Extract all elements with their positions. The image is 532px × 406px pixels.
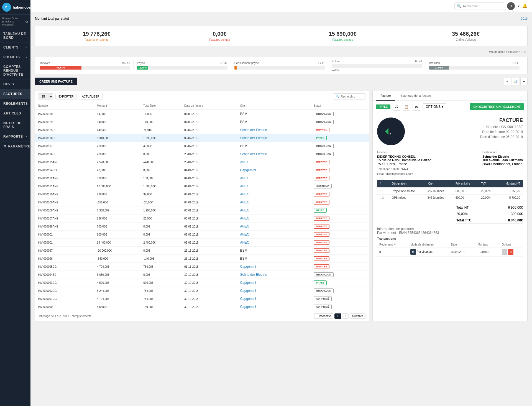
sidebar-item-rapports[interactable]: RAPPORTS › (0, 132, 30, 142)
sidebar-item-factures[interactable]: FACTURES (0, 89, 30, 99)
filter-button[interactable]: ▼ (520, 78, 528, 85)
client-link[interactable]: ANEO (240, 216, 249, 220)
client-link[interactable]: ANEO (240, 176, 249, 180)
client-link[interactable]: ANEO (240, 208, 249, 212)
settings-icon[interactable]: ⚙ (25, 20, 28, 24)
client-link[interactable]: ANEO (240, 224, 249, 228)
table-row[interactable]: INV-000129 840,00€ 140,00€ 04-03-2019 BS… (35, 118, 369, 126)
table-row[interactable]: INV-000115ANE 2 520,00€ -420,00€ 29-01-2… (35, 158, 369, 166)
progress-item-payee: Payée 5 / 41 12,20% (134, 62, 231, 70)
email-button[interactable]: ✉ (413, 103, 420, 111)
table-row[interactable]: INV-000107ANE 156,00€ 26,00€ 03-01-2019 … (35, 215, 369, 223)
table-row[interactable]: INV-000111ANE 10 080,00€ 1 680,00€ 04-01… (35, 182, 369, 190)
table-row[interactable]: INV-000092CG 5 244,00€ 784,00€ 30-10-201… (35, 287, 369, 295)
client-link[interactable]: Capgemini (240, 265, 256, 269)
table-row[interactable]: INV-000116SE 230,00€ 0,00€ 29-01-2019 Sc… (35, 150, 369, 158)
table-row[interactable]: INV-000098ANE 700,00€ 0,00€ 02-01-2019 A… (35, 223, 369, 231)
progress-label: Payée (137, 62, 145, 65)
client-link[interactable]: ANEO (240, 160, 249, 164)
search-input[interactable] (463, 4, 502, 8)
print-button[interactable]: 🖨 (393, 103, 400, 111)
client-link[interactable]: ANEO (240, 233, 249, 236)
search-box[interactable]: 🔍 (454, 2, 504, 9)
cell-statut: SUPPRIMÉ (311, 295, 369, 303)
status-badge: IMPAYÉE (314, 232, 329, 237)
sidebar-item-notes-de-frais[interactable]: NOTES DE FRAIS (0, 118, 30, 132)
options-button[interactable]: OPTIONS ▾ (423, 103, 446, 110)
page-2-button[interactable]: 2 (342, 313, 349, 319)
table-row[interactable]: INV-000095CG 4 704,00€ 784,00€ 01-11-201… (35, 263, 369, 271)
stat-amount: 35 466,26€ (410, 31, 522, 37)
table-row[interactable]: INV-000091CG 4 704,00€ 784,00€ 30-10-201… (35, 295, 369, 303)
table-row[interactable]: INV-000094SE 6 650,00€ 0,00€ 30-10-2018 … (35, 271, 369, 279)
item-qte: 9.5 Journées (425, 195, 453, 201)
table-row[interactable]: INV-000118SE 8 340,00€ 1 390,00€ 03-02-2… (35, 134, 369, 142)
logo-icon: h (2, 3, 11, 12)
client-link[interactable]: Schneider Electric (240, 152, 267, 156)
table-row[interactable]: INV-000001 600,00€ 0,00€ 06-03-2019 ANEO… (35, 231, 369, 239)
table-row[interactable]: INV-000096 -840,00€ -140,00€ 26-11-2018 … (35, 255, 369, 263)
client-link[interactable]: Schneider Electric (240, 273, 267, 277)
list-view-button[interactable]: ≡ (504, 78, 511, 85)
table-row[interactable]: INV-000108ANE 7 350,00€ 1 200,00€ 03-01-… (35, 206, 369, 215)
per-page-select[interactable]: 25 50 100 (39, 93, 53, 99)
client-link[interactable]: Capgemini (240, 289, 256, 293)
client-link[interactable]: Capgemini (240, 168, 256, 172)
table-row[interactable]: INV-000125SE 449,46€ 74,91€ 03-02-2019 S… (35, 126, 369, 134)
client-link[interactable]: Capgemini (240, 297, 256, 301)
sidebar-item-projets[interactable]: PROJETS › (0, 52, 30, 62)
client-link[interactable]: Capgemini (240, 305, 256, 309)
tab-historique[interactable]: Historique de la facture (395, 91, 435, 101)
item-num: :: 1 (377, 188, 389, 195)
table-row[interactable]: INV-000110ANE 238,80€ 39,80€ 04-01-2019 … (35, 190, 369, 198)
page-1-button[interactable]: 1 (334, 313, 341, 319)
copy-button[interactable]: 📋 (403, 103, 410, 111)
cell-date: 04-01-2019 (181, 182, 237, 190)
cell-date: 01-11-2018 (181, 263, 237, 271)
client-link[interactable]: Capgemini (240, 281, 256, 285)
register-payment-button[interactable]: ENREGISTRER UN RÈGLEMENT (470, 103, 524, 110)
sidebar-item-comptes-rendus[interactable]: COMPTES RENDUS D'ACTIVITE (0, 62, 30, 80)
table-row[interactable]: INV-000093CG 4 596,00€ 676,00€ 30-10-201… (35, 279, 369, 287)
chevron-down-icon[interactable]: ▾ (518, 4, 519, 8)
table-row[interactable]: INV-000114CG 40,00€ 0,00€ 04-01-2019 Cap… (35, 166, 369, 174)
client-link[interactable]: Schneider Electric (240, 128, 267, 132)
delete-transaction-button[interactable]: ✕ (508, 249, 513, 255)
edit-transaction-button[interactable]: ✏ (502, 249, 507, 255)
table-row[interactable]: INV-000117 200,00€ 40,00€ 03-02-2019 BSM… (35, 142, 369, 150)
invoice-title: FACTURE (480, 118, 523, 123)
trans-mode: fb Par virement (408, 247, 449, 257)
table-search[interactable]: 🔍 (333, 93, 365, 99)
sidebar-item-devis[interactable]: DEVIS (0, 80, 30, 89)
client-link[interactable]: ANEO (240, 200, 249, 204)
cell-taxe: 39,80€ (140, 190, 181, 198)
next-page-button[interactable]: Suivante (350, 313, 365, 319)
table-row[interactable]: INV-000109ANE -156,00€ -26,00€ 04-01-201… (35, 198, 369, 206)
table-row[interactable]: INV-000112ANE 828,00€ 138,00€ 04-01-2019… (35, 174, 369, 182)
sidebar-item-reglements[interactable]: RÈGLEMENTS (0, 99, 30, 109)
prev-page-button[interactable]: Précédente (314, 313, 333, 319)
status-badge: IMPAYÉE (314, 192, 329, 196)
table-controls: 25 50 100 EXPORTER ACTUALISER 🔍 (35, 91, 369, 102)
table-search-input[interactable] (341, 95, 363, 98)
notification-bell-icon[interactable]: 🔔 (522, 3, 528, 9)
sidebar-item-tableau-de-bord[interactable]: TABLEAU DE BORD (0, 29, 30, 43)
sidebar-item-parametres[interactable]: ⚙ PARAMÈTRES (0, 142, 30, 151)
chart-view-button[interactable]: 📊 (512, 78, 519, 85)
tab-facture[interactable]: Facture (376, 91, 395, 101)
export-button[interactable]: EXPORTER (55, 94, 77, 99)
update-button[interactable]: ACTUALISER (79, 94, 103, 99)
client-link[interactable]: Schneider Electric (240, 136, 267, 140)
table-row[interactable]: INV-000130 84,00€ 14,00€ 04-03-2019 BSM … (35, 110, 369, 118)
client-link[interactable]: ANEO (240, 192, 249, 196)
client-link[interactable]: ANEO (240, 241, 249, 244)
table-row[interactable]: INV-000001 14 400,00€ 2 400,00€ 06-03-20… (35, 239, 369, 247)
sidebar-item-clients[interactable]: CLIENTS › (0, 43, 30, 52)
client-link[interactable]: ANEO (240, 184, 249, 188)
table-row[interactable]: INV-000097 -10 000,00€ 0,00€ 26-11-2018 … (35, 247, 369, 255)
table-row[interactable]: INV-000090 840,00€ 140,00€ 30-10-2018 Ca… (35, 303, 369, 311)
chevron-down-icon: ▾ (442, 105, 443, 109)
sidebar-item-articles[interactable]: ARTICLES (0, 109, 30, 118)
create-invoice-button[interactable]: CRÉER UNE FACTURE (35, 78, 77, 85)
stats-year[interactable]: 2019 (521, 17, 528, 20)
